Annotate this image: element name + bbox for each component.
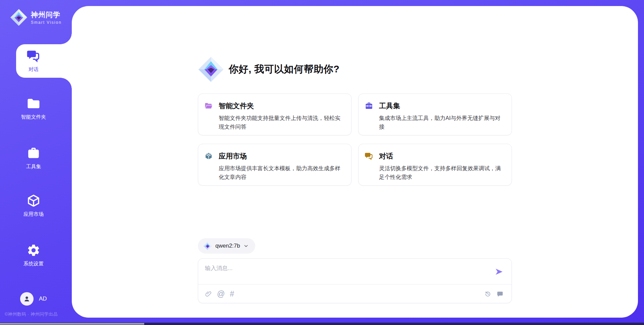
person-icon bbox=[23, 295, 31, 303]
sidebar-item-label: 系统设置 bbox=[0, 261, 67, 267]
model-selector[interactable]: qwen2:7b bbox=[198, 238, 255, 254]
card-toolset[interactable]: 工具集 集成市场上主流工具，助力AI与外界无缝扩展与对接 bbox=[358, 93, 512, 135]
gear-icon bbox=[26, 243, 41, 257]
card-chat[interactable]: 对话 灵活切换多模型文件，支持多样回复效果调试，满足个性化需求 bbox=[358, 144, 512, 186]
card-title: 对话 bbox=[379, 151, 393, 161]
sidebar-item-toolset[interactable]: 工具集 bbox=[0, 146, 67, 170]
brand-name: 神州问学 bbox=[31, 10, 62, 19]
chat-bubbles-icon bbox=[26, 49, 41, 63]
model-name: qwen2:7b bbox=[215, 243, 240, 249]
greeting-title: 你好, 我可以如何帮助你? bbox=[229, 63, 339, 76]
brand: 神州问学 Smart Vision bbox=[10, 9, 62, 26]
card-title: 应用市场 bbox=[219, 151, 247, 161]
diamond-logo-icon bbox=[203, 242, 212, 250]
chevron-down-icon bbox=[244, 244, 249, 249]
toolbox-icon bbox=[26, 146, 41, 160]
card-description: 应用市场提供丰富长文本模板，助力高效生成多样化文章内容 bbox=[219, 164, 344, 181]
feature-cards: 智能文件夹 智能文件夹功能支持批量文件上传与清洗，轻松实现文件问答 工具集 集成… bbox=[198, 93, 512, 186]
folder-icon bbox=[26, 96, 41, 111]
user-profile[interactable]: AD bbox=[20, 292, 47, 306]
main-panel: 你好, 我可以如何帮助你? 智能文件夹 智能文件夹功能支持批量文件上传与清洗，轻… bbox=[72, 6, 638, 318]
card-description: 集成市场上主流工具，助力AI与外界无缝扩展与对接 bbox=[379, 114, 504, 131]
sidebar-item-chat[interactable]: 对话 bbox=[0, 49, 67, 73]
greeting-block: 你好, 我可以如何帮助你? bbox=[198, 55, 512, 84]
folder-open-icon bbox=[204, 102, 213, 110]
app-logo-icon bbox=[198, 55, 224, 84]
mention-icon[interactable]: @ bbox=[217, 290, 225, 298]
copyright-footer: ©神州数码 · 神州问学出品 bbox=[5, 311, 58, 317]
attachment-icon[interactable] bbox=[205, 290, 212, 298]
toolbox-icon bbox=[365, 102, 373, 110]
card-title: 智能文件夹 bbox=[219, 101, 254, 111]
history-icon[interactable] bbox=[484, 290, 491, 298]
sidebar-item-label: 应用市场 bbox=[0, 211, 67, 217]
user-name: AD bbox=[39, 296, 47, 302]
send-icon[interactable] bbox=[495, 267, 503, 276]
avatar bbox=[20, 292, 34, 306]
card-smart-folder[interactable]: 智能文件夹 智能文件夹功能支持批量文件上传与清洗，轻松实现文件问答 bbox=[198, 93, 352, 135]
cube-icon bbox=[26, 194, 41, 208]
composer: @ # bbox=[198, 258, 512, 303]
card-description: 智能文件夹功能支持批量文件上传与清洗，轻松实现文件问答 bbox=[219, 114, 344, 131]
brand-subtitle: Smart Vision bbox=[31, 20, 62, 25]
sidebar-item-app-market[interactable]: 应用市场 bbox=[0, 194, 67, 217]
card-app-market[interactable]: 应用市场 应用市场提供丰富长文本模板，助力高效生成多样化文章内容 bbox=[198, 144, 352, 186]
market-cube-icon bbox=[204, 152, 213, 160]
sidebar: 神州问学 Smart Vision 对话 智能文件夹 工具集 应用市场 系统设置… bbox=[0, 0, 72, 318]
scrollbar-thumb[interactable] bbox=[0, 323, 144, 325]
sidebar-item-label: 对话 bbox=[0, 66, 67, 73]
message-input[interactable] bbox=[198, 259, 512, 283]
horizontal-scrollbar[interactable] bbox=[0, 323, 644, 325]
sidebar-item-label: 智能文件夹 bbox=[0, 114, 67, 120]
chat-bubbles-icon bbox=[365, 152, 373, 160]
brand-logo-icon bbox=[10, 9, 28, 26]
sidebar-item-smart-folder[interactable]: 智能文件夹 bbox=[0, 96, 67, 120]
hashtag-icon[interactable]: # bbox=[230, 290, 234, 298]
chat-bubble-icon[interactable] bbox=[496, 290, 503, 298]
sidebar-item-label: 工具集 bbox=[0, 164, 67, 170]
sidebar-item-settings[interactable]: 系统设置 bbox=[0, 243, 67, 267]
card-description: 灵活切换多模型文件，支持多样回复效果调试，满足个性化需求 bbox=[379, 164, 504, 181]
composer-toolbar: @ # bbox=[198, 284, 512, 303]
card-title: 工具集 bbox=[379, 101, 400, 111]
